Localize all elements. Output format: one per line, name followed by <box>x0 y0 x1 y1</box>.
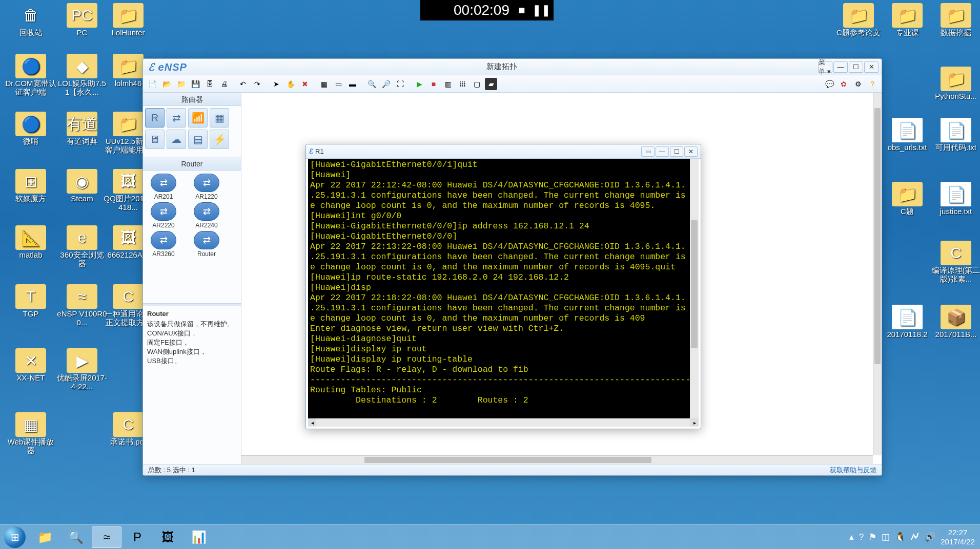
cat-firewall-icon[interactable]: ▦ <box>210 108 229 128</box>
chat-icon[interactable]: 💬 <box>823 78 835 90</box>
router-item[interactable]: ⇄AR201 <box>146 174 181 200</box>
open-icon[interactable]: 📂 <box>160 78 173 90</box>
cat-wlan-icon[interactable]: 📶 <box>188 108 208 128</box>
start-icon[interactable]: ▶ <box>413 78 425 90</box>
pan-icon[interactable]: ✋ <box>284 78 297 90</box>
desktop-icon[interactable]: C编译原理(第二版)张素... <box>930 241 980 283</box>
desktop-icon[interactable]: TTGP <box>5 284 56 319</box>
recorder-stop-button[interactable]: ■ <box>515 3 529 17</box>
tray-network-icon[interactable]: ◫ <box>882 532 890 542</box>
settings-icon[interactable]: ⚙ <box>852 78 864 90</box>
tool3-icon[interactable]: ▬ <box>346 78 359 90</box>
tray-chevron-icon[interactable]: ▴ <box>849 532 854 542</box>
desktop-icon[interactable]: ▶优酷录屏2017-4-22... <box>56 348 108 391</box>
new-icon[interactable]: 📄 <box>146 78 158 90</box>
desktop-icon[interactable]: ◆LOL娱乐助7.51【永久... <box>56 54 108 96</box>
router-item[interactable]: ⇄AR3260 <box>146 231 181 258</box>
start-button[interactable]: ⊞ <box>0 525 30 550</box>
desktop-icon[interactable]: 📄obs_urls.txt <box>882 118 933 152</box>
r1-minimize-button[interactable]: — <box>656 146 669 157</box>
desktop-icon[interactable]: 📁C题参考论文 <box>833 3 884 37</box>
desktop-icon[interactable]: ◉Steam <box>56 169 108 203</box>
undo-icon[interactable]: ↶ <box>237 78 249 90</box>
tray-clock[interactable]: 22:27 2017/4/22 <box>941 528 975 546</box>
redo-icon[interactable]: ↷ <box>251 78 263 90</box>
router-item[interactable]: ⇄AR2220 <box>146 202 181 229</box>
desktop-icon[interactable]: ⊞软媒魔方 <box>5 169 56 203</box>
tray-volume-icon[interactable]: 🔊 <box>925 532 935 542</box>
stop-icon[interactable]: ■ <box>427 78 440 90</box>
tool5-icon[interactable]: ▰ <box>485 78 497 90</box>
open2-icon[interactable]: 📁 <box>175 78 187 90</box>
canvas-scrollbar-x[interactable] <box>241 455 873 464</box>
router-item[interactable]: ⇄AR1220 <box>189 174 224 200</box>
taskbar-item[interactable]: 📊 <box>184 526 214 548</box>
router-item[interactable]: ⇄AR2240 <box>189 202 224 229</box>
zoomout-icon[interactable]: 🔎 <box>380 78 392 90</box>
collect-icon[interactable]: ▥ <box>442 78 454 90</box>
desktop-icon[interactable]: PCPC <box>56 3 108 37</box>
desktop-icon[interactable]: 📁C题 <box>882 182 933 216</box>
cat-frame-icon[interactable]: ▤ <box>188 130 208 149</box>
desktop-icon[interactable]: 📐matlab <box>5 225 56 260</box>
minimize-button[interactable]: — <box>833 61 848 73</box>
desktop-icon[interactable]: ≈eNSP V100R00... <box>56 284 108 327</box>
link-icon[interactable]: 𝍖 <box>456 78 468 90</box>
r1-scrollbar-y[interactable] <box>690 159 699 418</box>
tray-help-icon[interactable]: ? <box>859 532 864 542</box>
desktop-icon[interactable]: 🔵Dr.COM宽带认证客户端 <box>5 54 56 96</box>
close-button[interactable]: ✕ <box>864 61 879 73</box>
cat-pc-icon[interactable]: 🖥 <box>145 130 165 149</box>
taskbar-item[interactable]: 📁 <box>30 526 60 548</box>
r1-scrollbar-x[interactable]: ◂ ▸ <box>308 418 699 427</box>
desktop-icon[interactable]: e360安全浏览器 <box>56 225 108 268</box>
taskbar-item[interactable]: 🔍 <box>61 526 91 548</box>
r1-terminal[interactable]: [Huawei-GigabitEthernet0/0/1]quit [Huawe… <box>308 159 699 418</box>
desktop-icon[interactable]: ✕XX-NET <box>5 348 56 383</box>
cat-link-icon[interactable]: ⚡ <box>210 130 229 149</box>
r1-maximize-button[interactable]: ☐ <box>670 146 683 157</box>
desktop-icon[interactable]: 有道有道词典 <box>56 112 108 146</box>
status-help-link[interactable]: 获取帮助与反馈 <box>830 464 876 475</box>
zoomin-icon[interactable]: 🔍 <box>365 78 378 90</box>
tool1-icon[interactable]: ▦ <box>318 78 330 90</box>
menu-button[interactable]: 菜 单 ▾ <box>818 61 832 73</box>
desktop-icon[interactable]: 📁PythonStu... <box>930 67 980 101</box>
taskbar-item[interactable]: P <box>122 526 152 548</box>
desktop-icon[interactable]: 📁专业课 <box>882 3 933 37</box>
scroll-left-icon[interactable]: ◂ <box>308 418 316 427</box>
r1-tool-button[interactable]: ▭ <box>641 146 655 157</box>
saveall-icon[interactable]: 🗄 <box>203 78 216 90</box>
canvas-scrollbar-y[interactable] <box>873 93 882 455</box>
r1-close-button[interactable]: ✕ <box>684 146 698 157</box>
help-icon[interactable]: ? <box>866 78 879 90</box>
tray-qq-icon[interactable]: 🐧 <box>895 532 906 542</box>
cat-cloud-icon[interactable]: ☁ <box>167 130 186 149</box>
taskbar-item[interactable]: 🖼 <box>153 526 183 548</box>
tray-battery-icon[interactable]: 🗲 <box>911 532 920 542</box>
maximize-button[interactable]: ☐ <box>849 61 863 73</box>
recorder-pause-button[interactable]: ❚❚ <box>534 3 548 17</box>
router-item[interactable]: ⇄Router <box>189 231 224 258</box>
desktop-icon[interactable]: 📄20170118.2 <box>882 305 933 339</box>
desktop-icon[interactable]: ▦Web课件播放器 <box>5 412 56 455</box>
delete-icon[interactable]: ✖ <box>299 78 311 90</box>
desktop-icon[interactable]: 📁LolHunter <box>103 3 154 37</box>
print-icon[interactable]: 🖨 <box>218 78 230 90</box>
taskbar-item[interactable]: ≈ <box>92 526 121 548</box>
pointer-icon[interactable]: ➤ <box>270 78 282 90</box>
tool4-icon[interactable]: ▢ <box>471 78 483 90</box>
tray-flag-icon[interactable]: ⚑ <box>869 532 876 542</box>
desktop-icon[interactable]: 🔵微哨 <box>5 112 56 146</box>
desktop-icon[interactable]: 📄justice.txt <box>930 182 980 216</box>
cat-switch-icon[interactable]: ⇄ <box>167 108 186 128</box>
fit-icon[interactable]: ⛶ <box>394 78 406 90</box>
desktop-icon[interactable]: 📄可用代码.txt <box>930 118 980 152</box>
desktop-icon[interactable]: 📁数据挖掘 <box>930 3 980 37</box>
scroll-right-icon[interactable]: ▸ <box>690 418 699 427</box>
tool2-icon[interactable]: ▭ <box>332 78 344 90</box>
save-icon[interactable]: 💾 <box>189 78 201 90</box>
huawei-icon[interactable]: ✿ <box>838 78 850 90</box>
cat-router-icon[interactable]: R <box>145 108 165 128</box>
desktop-icon[interactable]: 📦2017011B... <box>930 305 980 339</box>
